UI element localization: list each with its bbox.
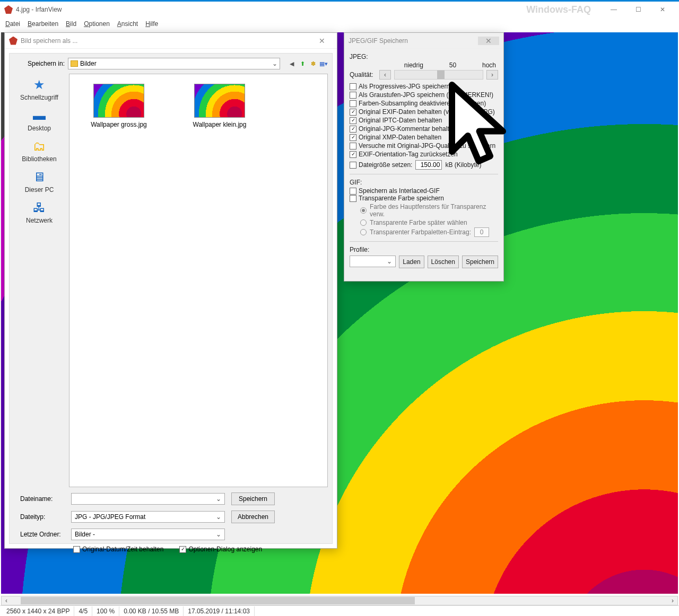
file-name: Wallpaper klein.jpg [193,121,247,128]
desktop-icon: ▬ [30,108,49,124]
up-icon[interactable]: ⬆ [298,59,307,68]
cancel-button[interactable]: Abbrechen [231,511,275,523]
gif-trans-palette-radio[interactable]: Transparenter Farbpaletten-Eintrag: [360,227,498,237]
recent-label: Letzte Ordner: [14,531,65,538]
watermark-text: Windows-FAQ [526,4,591,15]
place-desktop[interactable]: ▬Desktop [28,108,51,132]
jpeg-option-checkbox[interactable]: Versuche mit Original-JPG-Qualität zu sp… [350,142,498,149]
profile-label: Profile: [350,246,498,253]
file-item[interactable]: Wallpaper gross.jpg [79,84,159,128]
jpeg-option-checkbox[interactable]: ✓EXIF-Orientation-Tag zurücksetzen [350,151,498,158]
window-titlebar: 4.jpg - IrfanView Windows-FAQ — ☐ ✕ [0,2,679,17]
profile-load-button[interactable]: Laden [399,256,424,268]
jpeg-gif-options-dialog: JPEG/GIF Speichern ✕ JPEG: niedrig 50 ho… [344,32,504,281]
status-zoom: 100 % [92,606,119,616]
file-item[interactable]: Wallpaper klein.jpg [180,84,259,128]
scroll-thumb[interactable] [21,597,415,604]
quality-scale-labels: niedrig 50 hoch [350,61,498,69]
menubar: Datei Bearbeiten Bild Optionen Ansicht H… [0,17,679,30]
jpeg-option-checkbox[interactable]: ✓Original XMP-Daten behalten [350,134,498,141]
menu-help[interactable]: Hilfe [145,20,158,28]
filetype-label: Dateityp: [14,513,65,521]
window-title: 4.jpg - IrfanView [16,6,62,13]
maximize-button[interactable]: ☐ [626,2,650,17]
chevron-down-icon: ⌄ [216,513,221,521]
jpeg-option-checkbox[interactable]: Als Progressives-JPG speichern [350,83,498,90]
menu-options[interactable]: Optionen [84,20,110,28]
file-thumbnail [194,84,245,118]
save-in-combo[interactable]: Bilder ⌄ [68,58,280,69]
slider-handle[interactable] [437,71,445,79]
jpeg-option-checkbox[interactable]: ✓Original IPTC-Daten behalten [350,117,498,124]
opt-dialog-close-icon[interactable]: ✕ [478,37,499,45]
filetype-combo[interactable]: JPG - JPG/JPEG Format⌄ [71,511,225,523]
status-index: 4/5 [74,606,92,616]
filesize-input[interactable] [415,160,442,170]
filesize-unit: kB (Kilobyte) [445,161,481,169]
status-datetime: 17.05.2019 / 11:14:03 [184,606,255,616]
save-as-dialog: Bild speichern als ... ✕ Speichern in: B… [4,32,337,549]
folder-icon [71,60,78,67]
view-menu-icon[interactable]: ▦▾ [319,59,328,68]
show-options-checkbox[interactable]: ✓Optionen-Dialog anzeigen [179,545,262,553]
quality-slider[interactable]: Qualität: ‹ › [350,70,498,80]
close-button[interactable]: ✕ [650,2,675,17]
jpeg-option-checkbox[interactable]: Farben-Subsampling deaktivieren (benutze… [350,100,498,107]
gif-trans-mainwindow-radio[interactable]: Farbe des Hauptfensters für Transparenz … [360,203,498,218]
jpeg-option-checkbox[interactable]: ✓Original EXIF-Daten behalten (von JPG z… [350,108,498,116]
file-name: Wallpaper gross.jpg [91,121,147,128]
opt-dialog-title: JPEG/GIF Speichern [349,37,478,45]
status-filesize: 0.00 KB / 10.55 MB [119,606,184,616]
save-dialog-close-icon[interactable]: ✕ [311,37,333,45]
filename-label: Dateiname: [14,495,65,503]
chevron-down-icon: ⌄ [387,258,392,265]
filename-input[interactable]: ⌄ [71,493,225,505]
set-filesize-checkbox[interactable]: Dateigröße setzen: [350,161,412,169]
star-icon: ★ [30,77,49,93]
place-network[interactable]: 🖧Netzwerk [26,200,53,224]
scroll-track[interactable] [11,596,668,605]
jpeg-option-checkbox[interactable]: Als Graustufen-JPG speichern (bitte MERK… [350,91,498,99]
dialog-app-icon [9,37,18,45]
profile-save-button[interactable]: Speichern [462,256,498,268]
gif-transparent-checkbox[interactable]: Transparente Farbe speichern [350,195,498,202]
palette-index-input[interactable] [474,227,489,237]
status-dimensions: 2560 x 1440 x 24 BPP [2,606,74,616]
save-button[interactable]: Speichern [231,492,275,505]
minimize-button[interactable]: — [602,2,626,17]
libraries-icon: 🗂 [30,138,49,154]
jpeg-section-label: JPEG: [350,53,498,60]
file-list[interactable]: Wallpaper gross.jpg Wallpaper klein.jpg [69,74,328,487]
place-libraries[interactable]: 🗂Bibliotheken [22,138,56,163]
new-folder-icon[interactable]: ✽ [309,59,317,68]
profile-delete-button[interactable]: Löschen [428,256,459,268]
save-in-label: Speichern in: [14,60,65,67]
save-in-value: Bilder [80,60,97,67]
menu-image[interactable]: Bild [66,20,76,28]
opt-dialog-titlebar: JPEG/GIF Speichern ✕ [344,33,503,49]
save-dialog-titlebar: Bild speichern als ... ✕ [5,33,337,49]
menu-edit[interactable]: Bearbeiten [28,20,58,28]
menu-view[interactable]: Ansicht [117,20,138,28]
menu-file[interactable]: Datei [5,20,20,28]
slider-track[interactable] [394,70,483,80]
slider-right-icon[interactable]: › [486,70,498,80]
slider-left-icon[interactable]: ‹ [379,70,391,80]
gif-interlaced-checkbox[interactable]: Speichern als Interlaced-GIF [350,187,498,195]
jpeg-option-checkbox[interactable]: ✓Original-JPG-Kommentar behalten [350,125,498,133]
keep-date-checkbox[interactable]: Original-Datum/Zeit behalten [73,545,163,553]
scroll-left-icon[interactable]: ‹ [2,597,11,604]
place-quickaccess[interactable]: ★Schnellzugriff [20,77,58,101]
save-dialog-title: Bild speichern als ... [21,37,311,45]
places-bar: ★Schnellzugriff ▬Desktop 🗂Bibliotheken 🖥… [14,74,65,487]
profile-combo[interactable]: ⌄ [350,256,396,267]
gif-trans-later-radio[interactable]: Transparente Farbe später wählen [360,219,498,226]
back-icon[interactable]: ◀ [288,59,296,68]
chevron-down-icon: ⌄ [216,531,221,538]
place-thispc[interactable]: 🖥Dieser PC [25,169,54,193]
recent-folders-combo[interactable]: Bilder -⌄ [71,529,225,540]
scroll-right-icon[interactable]: › [668,597,677,604]
horizontal-scrollbar[interactable]: ‹ › [1,596,678,605]
statusbar: 2560 x 1440 x 24 BPP 4/5 100 % 0.00 KB /… [0,605,679,616]
gif-section-label: GIF: [350,179,498,186]
